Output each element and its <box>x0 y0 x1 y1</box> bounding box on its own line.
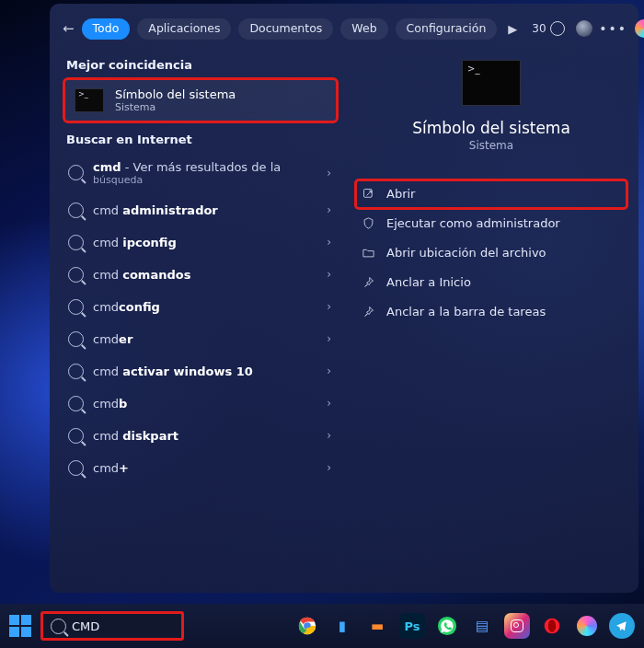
web-result-item[interactable]: cmd diskpart› <box>63 420 339 452</box>
taskbar: CMD ▮ ▬ Ps ▤ <box>0 604 644 648</box>
best-match-result[interactable]: Símbolo del sistema Sistema <box>63 77 339 123</box>
back-button[interactable]: ← <box>63 18 75 39</box>
web-result-item[interactable]: cmd activar windows 10› <box>63 355 339 388</box>
search-panel: ← Todo Aplicaciones Documentos Web Confi… <box>50 4 638 593</box>
chevron-right-icon: › <box>327 332 331 345</box>
pin-icon <box>361 275 375 290</box>
folder-icon <box>361 246 375 260</box>
search-icon <box>68 331 84 347</box>
web-result-label: cmd - Ver más resultados de labúsqueda <box>93 160 317 186</box>
telegram-icon[interactable] <box>609 613 635 639</box>
opera-icon[interactable] <box>539 613 565 639</box>
copilot-taskbar-icon[interactable] <box>574 613 600 639</box>
web-result-item[interactable]: cmd+› <box>63 452 339 484</box>
section-best-match: Mejor coincidencia <box>66 58 339 72</box>
action-label: Ejecutar como administrador <box>386 216 560 230</box>
taskbar-app-icon[interactable]: ▤ <box>469 613 495 639</box>
taskbar-search[interactable]: CMD <box>40 611 184 641</box>
web-result-label: cmd+ <box>93 461 317 475</box>
action-label: Anclar a Inicio <box>386 275 471 289</box>
search-icon <box>51 619 66 634</box>
chevron-right-icon: › <box>327 300 331 313</box>
best-match-title: Símbolo del sistema <box>115 87 236 101</box>
chrome-icon[interactable] <box>294 613 320 639</box>
preview-title: Símbolo del sistema <box>355 119 627 137</box>
action-label: Abrir ubicación del archivo <box>386 246 546 260</box>
rewards-points[interactable]: 30 <box>532 21 564 36</box>
points-value: 30 <box>532 22 546 35</box>
action-admin[interactable]: Ejecutar como administrador <box>355 209 627 238</box>
search-icon <box>68 299 84 315</box>
search-icon <box>68 202 84 218</box>
web-results-list: cmd - Ver más resultados de labúsqueda›c… <box>63 152 339 484</box>
search-icon <box>68 428 84 444</box>
tab-web[interactable]: Web <box>340 18 387 40</box>
search-icon <box>68 267 84 283</box>
tab-documentos[interactable]: Documentos <box>238 18 333 40</box>
chevron-right-icon: › <box>327 364 331 377</box>
action-loc[interactable]: Abrir ubicación del archivo <box>355 238 627 268</box>
rewards-icon <box>550 21 565 36</box>
pin-icon <box>361 305 375 319</box>
shield-icon <box>361 216 375 231</box>
preview-subtitle: Sistema <box>355 139 627 152</box>
chevron-right-icon: › <box>327 461 331 474</box>
web-result-label: cmdconfig <box>93 300 317 314</box>
web-result-label: cmd ipconfig <box>93 236 317 249</box>
web-result-label: cmd diskpart <box>93 429 317 443</box>
search-icon <box>68 460 84 476</box>
start-button[interactable] <box>9 615 31 637</box>
copilot-icon[interactable] <box>635 18 644 39</box>
action-label: Abrir <box>386 187 415 201</box>
photoshop-icon[interactable]: Ps <box>399 613 425 639</box>
whatsapp-icon[interactable] <box>434 613 460 639</box>
section-search-web: Buscar en Internet <box>66 133 339 146</box>
chevron-right-icon: › <box>327 429 331 442</box>
chevron-right-icon: › <box>327 236 331 249</box>
best-match-subtitle: Sistema <box>115 101 236 113</box>
web-result-item[interactable]: cmdb› <box>63 388 339 420</box>
web-result-label: cmd activar windows 10 <box>93 364 317 378</box>
taskbar-search-value: CMD <box>72 619 99 633</box>
web-result-label: cmd administrador <box>93 203 317 217</box>
action-pin-start[interactable]: Anclar a Inicio <box>355 268 627 297</box>
account-avatar-icon[interactable] <box>576 18 592 39</box>
tab-todo[interactable]: Todo <box>82 18 131 40</box>
svg-point-5 <box>548 619 556 631</box>
preview-cmd-icon <box>462 60 521 106</box>
search-icon <box>68 396 84 411</box>
svg-rect-0 <box>363 190 372 198</box>
action-label: Anclar a la barra de tareas <box>386 305 546 318</box>
tab-aplicaciones[interactable]: Aplicaciones <box>137 18 231 40</box>
tab-configuracion[interactable]: Configuración <box>396 18 498 40</box>
chevron-right-icon: › <box>327 167 331 179</box>
web-result-item[interactable]: cmder› <box>63 323 339 355</box>
web-result-label: cmd comandos <box>93 268 317 282</box>
web-result-item[interactable]: cmd administrador› <box>63 194 339 226</box>
web-result-label: cmdb <box>93 397 317 411</box>
web-result-item[interactable]: cmd comandos› <box>63 259 339 291</box>
preview-column: Símbolo del sistema Sistema AbrirEjecuta… <box>355 49 627 579</box>
web-result-item[interactable]: cmdconfig› <box>63 291 339 323</box>
search-icon <box>68 235 84 250</box>
cmd-icon <box>75 88 104 112</box>
more-icon[interactable]: ••• <box>604 18 624 39</box>
chevron-right-icon: › <box>327 268 331 281</box>
chevron-right-icon: › <box>327 203 331 216</box>
action-pin-task[interactable]: Anclar a la barra de tareas <box>355 297 627 327</box>
chevron-right-icon: › <box>327 397 331 410</box>
web-result-label: cmder <box>93 332 317 346</box>
taskbar-app-icon[interactable]: ▮ <box>329 613 355 639</box>
preview-actions: AbrirEjecutar como administradorAbrir ub… <box>355 179 627 327</box>
search-icon <box>68 165 84 180</box>
web-result-item[interactable]: cmd - Ver más resultados de labúsqueda› <box>63 152 339 194</box>
search-tabs-row: ← Todo Aplicaciones Documentos Web Confi… <box>63 18 627 40</box>
play-icon[interactable]: ▶ <box>508 18 517 39</box>
web-result-item[interactable]: cmd ipconfig› <box>63 226 339 259</box>
taskbar-app-icon[interactable]: ▬ <box>364 613 390 639</box>
search-icon <box>68 364 84 379</box>
action-open[interactable]: Abrir <box>355 179 627 209</box>
results-column: Mejor coincidencia Símbolo del sistema S… <box>63 49 339 579</box>
open-icon <box>361 187 375 202</box>
instagram-icon[interactable] <box>504 613 530 639</box>
